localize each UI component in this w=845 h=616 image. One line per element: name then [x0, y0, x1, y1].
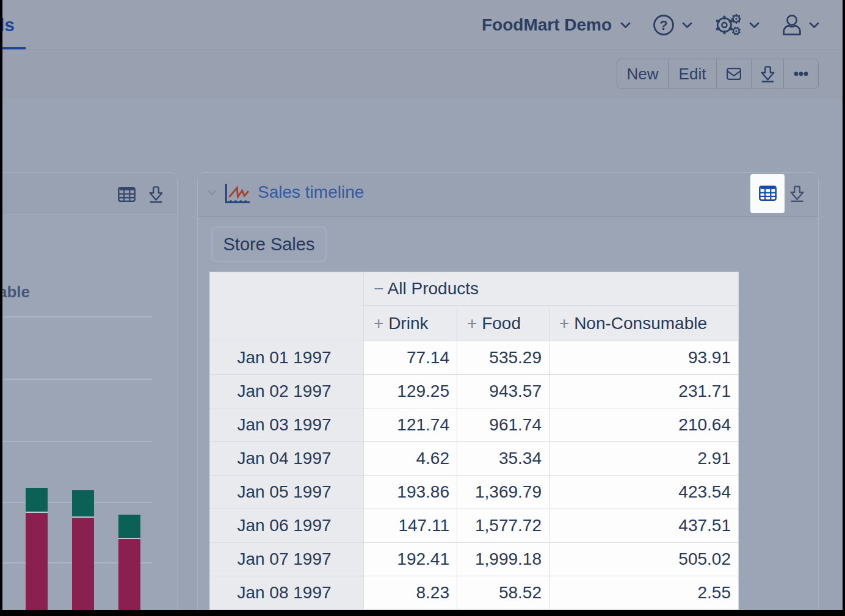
svg-text:?: ?: [659, 18, 667, 33]
